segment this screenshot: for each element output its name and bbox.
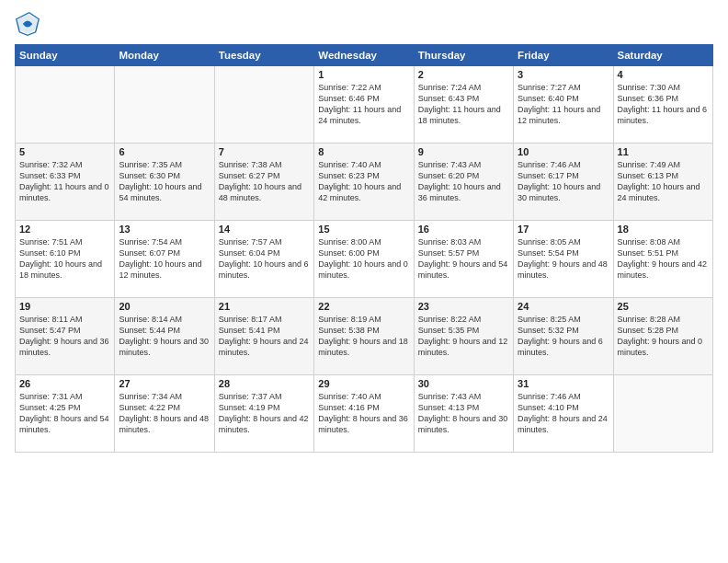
day-number: 9 (418, 146, 509, 157)
calendar-week-1: 1Sunrise: 7:22 AM Sunset: 6:46 PM Daylig… (16, 66, 713, 144)
calendar-cell: 28Sunrise: 7:37 AM Sunset: 4:19 PM Dayli… (214, 375, 313, 453)
day-info: Sunrise: 7:37 AM Sunset: 4:19 PM Dayligh… (219, 391, 310, 436)
day-info: Sunrise: 7:49 AM Sunset: 6:13 PM Dayligh… (618, 159, 709, 204)
day-number: 16 (418, 224, 509, 235)
day-number: 7 (219, 146, 310, 157)
calendar-cell (214, 66, 313, 144)
calendar-cell: 17Sunrise: 8:05 AM Sunset: 5:54 PM Dayli… (514, 221, 613, 298)
calendar-header-wednesday: Wednesday (314, 45, 414, 66)
day-number: 2 (418, 69, 509, 80)
day-info: Sunrise: 8:25 AM Sunset: 5:32 PM Dayligh… (518, 314, 609, 359)
calendar-cell: 11Sunrise: 7:49 AM Sunset: 6:13 PM Dayli… (613, 144, 712, 221)
day-number: 26 (19, 378, 110, 389)
calendar-cell (613, 375, 712, 453)
day-number: 30 (418, 378, 509, 389)
day-number: 6 (119, 146, 210, 157)
calendar-cell: 29Sunrise: 7:40 AM Sunset: 4:16 PM Dayli… (314, 375, 414, 453)
calendar-cell: 7Sunrise: 7:38 AM Sunset: 6:27 PM Daylig… (214, 144, 313, 221)
day-info: Sunrise: 7:34 AM Sunset: 4:22 PM Dayligh… (119, 391, 210, 436)
day-info: Sunrise: 8:14 AM Sunset: 5:44 PM Dayligh… (119, 314, 210, 359)
day-number: 5 (19, 146, 110, 157)
calendar-cell: 12Sunrise: 7:51 AM Sunset: 6:10 PM Dayli… (16, 221, 115, 298)
calendar-cell: 2Sunrise: 7:24 AM Sunset: 6:43 PM Daylig… (414, 66, 513, 144)
day-number: 1 (318, 69, 409, 80)
calendar-cell: 9Sunrise: 7:43 AM Sunset: 6:20 PM Daylig… (414, 144, 513, 221)
calendar-cell: 5Sunrise: 7:32 AM Sunset: 6:33 PM Daylig… (16, 144, 115, 221)
calendar-cell: 4Sunrise: 7:30 AM Sunset: 6:36 PM Daylig… (613, 66, 712, 144)
day-info: Sunrise: 8:08 AM Sunset: 5:51 PM Dayligh… (618, 236, 709, 282)
calendar-cell (16, 66, 115, 144)
day-info: Sunrise: 7:51 AM Sunset: 6:10 PM Dayligh… (19, 236, 110, 282)
day-number: 24 (518, 301, 609, 312)
calendar-cell: 30Sunrise: 7:43 AM Sunset: 4:13 PM Dayli… (414, 375, 513, 453)
day-info: Sunrise: 7:40 AM Sunset: 4:16 PM Dayligh… (318, 391, 409, 436)
calendar-cell: 21Sunrise: 8:17 AM Sunset: 5:41 PM Dayli… (214, 298, 313, 375)
day-info: Sunrise: 7:46 AM Sunset: 6:17 PM Dayligh… (518, 159, 609, 204)
calendar-header-saturday: Saturday (613, 45, 712, 66)
day-info: Sunrise: 7:46 AM Sunset: 4:10 PM Dayligh… (518, 391, 609, 436)
calendar-cell: 26Sunrise: 7:31 AM Sunset: 4:25 PM Dayli… (16, 375, 115, 453)
day-number: 11 (618, 146, 709, 157)
calendar-cell: 3Sunrise: 7:27 AM Sunset: 6:40 PM Daylig… (514, 66, 613, 144)
day-number: 12 (19, 224, 110, 235)
calendar-cell: 16Sunrise: 8:03 AM Sunset: 5:57 PM Dayli… (414, 221, 513, 298)
day-number: 8 (318, 146, 409, 157)
day-info: Sunrise: 7:30 AM Sunset: 6:36 PM Dayligh… (618, 82, 709, 127)
calendar-cell: 15Sunrise: 8:00 AM Sunset: 6:00 PM Dayli… (314, 221, 414, 298)
day-info: Sunrise: 8:28 AM Sunset: 5:28 PM Dayligh… (618, 314, 709, 359)
day-info: Sunrise: 7:43 AM Sunset: 4:13 PM Dayligh… (418, 391, 509, 436)
day-number: 27 (119, 378, 210, 389)
day-info: Sunrise: 7:40 AM Sunset: 6:23 PM Dayligh… (318, 159, 409, 204)
calendar-cell: 22Sunrise: 8:19 AM Sunset: 5:38 PM Dayli… (314, 298, 414, 375)
day-number: 19 (19, 301, 110, 312)
day-number: 14 (219, 224, 310, 235)
calendar-cell: 19Sunrise: 8:11 AM Sunset: 5:47 PM Dayli… (16, 298, 115, 375)
calendar-header-tuesday: Tuesday (214, 45, 313, 66)
day-info: Sunrise: 7:32 AM Sunset: 6:33 PM Dayligh… (19, 159, 110, 204)
calendar-cell: 31Sunrise: 7:46 AM Sunset: 4:10 PM Dayli… (514, 375, 613, 453)
day-info: Sunrise: 8:22 AM Sunset: 5:35 PM Dayligh… (418, 314, 509, 359)
day-number: 29 (318, 378, 409, 389)
calendar-week-3: 12Sunrise: 7:51 AM Sunset: 6:10 PM Dayli… (16, 221, 713, 298)
day-info: Sunrise: 8:03 AM Sunset: 5:57 PM Dayligh… (418, 236, 509, 282)
day-info: Sunrise: 7:54 AM Sunset: 6:07 PM Dayligh… (119, 236, 210, 282)
calendar-week-2: 5Sunrise: 7:32 AM Sunset: 6:33 PM Daylig… (16, 144, 713, 221)
day-number: 23 (418, 301, 509, 312)
calendar-cell: 1Sunrise: 7:22 AM Sunset: 6:46 PM Daylig… (314, 66, 414, 144)
calendar-cell: 13Sunrise: 7:54 AM Sunset: 6:07 PM Dayli… (115, 221, 214, 298)
calendar-header-sunday: Sunday (16, 45, 115, 66)
calendar-cell: 23Sunrise: 8:22 AM Sunset: 5:35 PM Dayli… (414, 298, 513, 375)
page: SundayMondayTuesdayWednesdayThursdayFrid… (0, 0, 728, 563)
calendar-header-row: SundayMondayTuesdayWednesdayThursdayFrid… (16, 45, 713, 66)
day-info: Sunrise: 7:35 AM Sunset: 6:30 PM Dayligh… (119, 159, 210, 204)
day-number: 4 (618, 69, 709, 80)
day-number: 10 (518, 146, 609, 157)
day-info: Sunrise: 7:31 AM Sunset: 4:25 PM Dayligh… (19, 391, 110, 436)
day-number: 15 (318, 224, 409, 235)
day-info: Sunrise: 8:19 AM Sunset: 5:38 PM Dayligh… (318, 314, 409, 359)
calendar-week-5: 26Sunrise: 7:31 AM Sunset: 4:25 PM Dayli… (16, 375, 713, 453)
calendar-cell: 18Sunrise: 8:08 AM Sunset: 5:51 PM Dayli… (613, 221, 712, 298)
day-number: 31 (518, 378, 609, 389)
day-info: Sunrise: 7:43 AM Sunset: 6:20 PM Dayligh… (418, 159, 509, 204)
calendar-header-thursday: Thursday (414, 45, 513, 66)
day-info: Sunrise: 7:27 AM Sunset: 6:40 PM Dayligh… (518, 82, 609, 127)
day-number: 18 (618, 224, 709, 235)
calendar-cell: 27Sunrise: 7:34 AM Sunset: 4:22 PM Dayli… (115, 375, 214, 453)
calendar-cell: 25Sunrise: 8:28 AM Sunset: 5:28 PM Dayli… (613, 298, 712, 375)
calendar-header-friday: Friday (514, 45, 613, 66)
day-number: 13 (119, 224, 210, 235)
calendar-cell: 20Sunrise: 8:14 AM Sunset: 5:44 PM Dayli… (115, 298, 214, 375)
calendar-cell (115, 66, 214, 144)
calendar-header-monday: Monday (115, 45, 214, 66)
day-number: 17 (518, 224, 609, 235)
day-number: 20 (119, 301, 210, 312)
day-info: Sunrise: 8:11 AM Sunset: 5:47 PM Dayligh… (19, 314, 110, 359)
logo-icon (15, 11, 40, 37)
header (15, 11, 713, 37)
calendar: SundayMondayTuesdayWednesdayThursdayFrid… (15, 44, 713, 453)
calendar-cell: 8Sunrise: 7:40 AM Sunset: 6:23 PM Daylig… (314, 144, 414, 221)
day-number: 22 (318, 301, 409, 312)
day-number: 3 (518, 69, 609, 80)
day-info: Sunrise: 7:24 AM Sunset: 6:43 PM Dayligh… (418, 82, 509, 127)
